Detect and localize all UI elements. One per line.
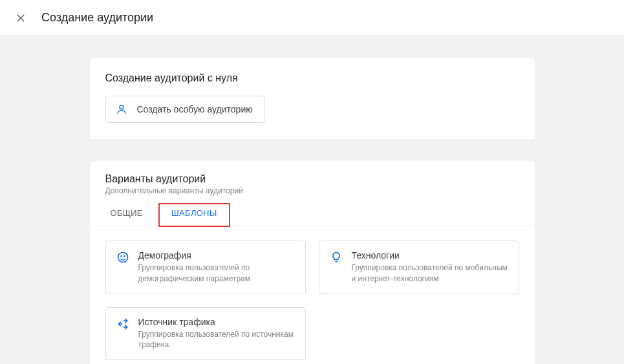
template-traffic-source[interactable]: Источник трафика Группировка пользовател… [105, 307, 306, 361]
page-title: Создание аудитории [41, 11, 153, 25]
tab-general[interactable]: ОБЩИЕ [105, 202, 148, 226]
person-icon [115, 103, 128, 116]
template-demography-title: Демография [138, 250, 295, 261]
content: Создание аудиторий с нуля Создать особую… [0, 36, 624, 364]
traffic-source-icon [116, 317, 129, 330]
create-from-scratch-title: Создание аудиторий с нуля [105, 72, 519, 84]
template-traffic-desc: Группировка пользователей по источникам … [138, 329, 295, 351]
demography-icon [116, 251, 129, 264]
template-technology-title: Технологии [352, 250, 508, 261]
template-technology-desc: Группировка пользователей по мобильным и… [352, 262, 508, 284]
svg-point-2 [120, 105, 124, 109]
tabs: ОБЩИЕ ШАБЛОНЫ [90, 202, 535, 226]
template-grid: Демография Группировка пользователей по … [90, 226, 535, 364]
template-demography[interactable]: Демография Группировка пользователей по … [105, 241, 306, 294]
template-technology[interactable]: Технологии Группировка пользователей по … [319, 241, 519, 294]
tab-templates[interactable]: ШАБЛОНЫ [158, 203, 230, 227]
header: Создание аудитории [0, 0, 624, 36]
create-from-scratch-panel: Создание аудиторий с нуля Создать особую… [90, 58, 535, 140]
variants-header: Варианты аудиторий Дополнительные вариан… [90, 162, 535, 195]
close-icon [15, 12, 27, 24]
svg-point-4 [120, 255, 122, 257]
template-traffic-title: Источник трафика [138, 317, 295, 327]
variants-subtitle: Дополнительные варианты аудиторий [105, 186, 519, 195]
variants-title: Варианты аудиторий [105, 173, 519, 185]
lightbulb-icon [330, 251, 343, 264]
template-demography-desc: Группировка пользователей по демографиче… [138, 262, 295, 284]
create-custom-audience-button[interactable]: Создать особую аудиторию [105, 96, 265, 123]
svg-point-5 [124, 255, 125, 257]
create-custom-audience-label: Создать особую аудиторию [137, 104, 253, 114]
svg-point-3 [118, 253, 127, 262]
audience-variants-panel: Варианты аудиторий Дополнительные вариан… [90, 162, 535, 364]
close-button[interactable] [13, 10, 28, 26]
